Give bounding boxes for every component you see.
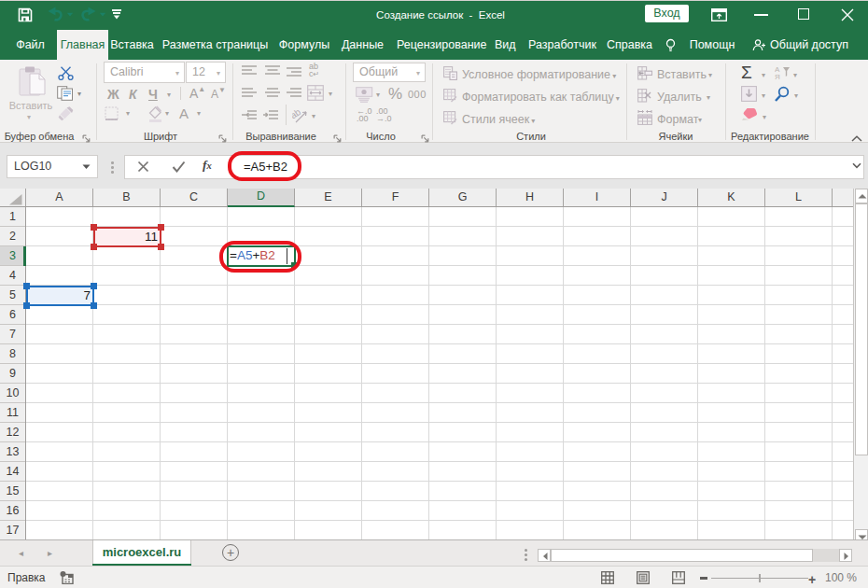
svg-text:ab: ab (292, 107, 303, 121)
svg-text:Я: Я (775, 73, 780, 80)
